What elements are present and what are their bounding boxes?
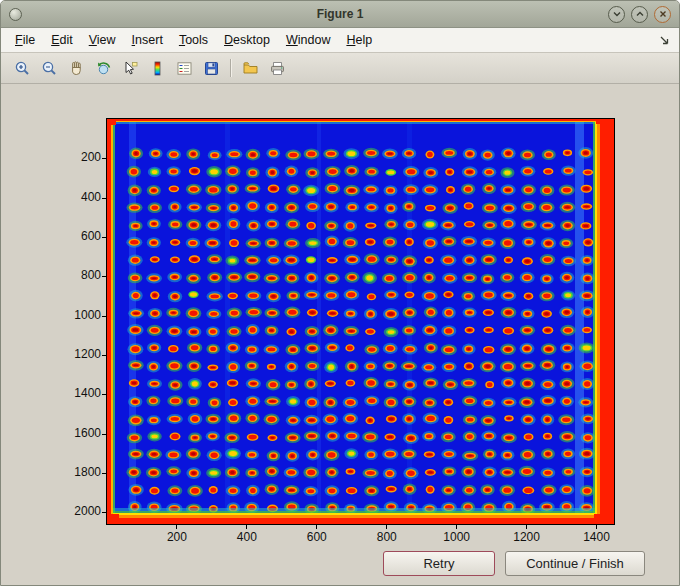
- x-tick-label: 800: [365, 530, 409, 544]
- y-tick-mark: [102, 394, 106, 395]
- y-tick-label: 1000: [57, 308, 101, 322]
- save-button[interactable]: [198, 55, 224, 81]
- y-tick-label: 800: [57, 268, 101, 282]
- y-tick-mark: [102, 276, 106, 277]
- menu-desktop[interactable]: Desktop: [216, 30, 278, 50]
- x-tick-mark: [176, 525, 177, 529]
- close-icon: [658, 9, 668, 19]
- x-tick-label: 600: [295, 530, 339, 544]
- data-cursor-button[interactable]: [117, 55, 143, 81]
- y-tick-mark: [102, 512, 106, 513]
- axes-area: 2004006008001000120014002004006008001000…: [106, 118, 615, 525]
- data-cursor-icon: [122, 60, 139, 77]
- rotate-3d-icon: [95, 60, 112, 77]
- y-tick-label: 200: [57, 150, 101, 164]
- x-tick-mark: [596, 525, 597, 529]
- close-button[interactable]: [654, 6, 671, 23]
- x-tick-mark: [456, 525, 457, 529]
- colorbar-icon: [149, 60, 166, 77]
- menu-tools[interactable]: Tools: [171, 30, 216, 50]
- menubar: File Edit View Insert Tools Desktop Wind…: [1, 28, 679, 53]
- menu-file[interactable]: File: [7, 30, 43, 50]
- x-tick-mark: [246, 525, 247, 529]
- save-icon: [203, 60, 220, 77]
- menu-edit[interactable]: Edit: [43, 30, 81, 50]
- y-tick-label: 2000: [57, 504, 101, 518]
- legend-icon: [176, 60, 193, 77]
- open-button[interactable]: [237, 55, 263, 81]
- y-tick-mark: [102, 473, 106, 474]
- x-tick-label: 1200: [505, 530, 549, 544]
- zoom-in-button[interactable]: [9, 55, 35, 81]
- y-tick-label: 1600: [57, 426, 101, 440]
- window-controls: [608, 6, 679, 23]
- image-plot[interactable]: [107, 119, 614, 524]
- zoom-out-icon: [41, 60, 58, 77]
- x-tick-label: 1000: [435, 530, 479, 544]
- maximize-button[interactable]: [631, 6, 648, 23]
- y-tick-mark: [102, 434, 106, 435]
- dock-arrow-icon[interactable]: [658, 34, 679, 47]
- menu-help[interactable]: Help: [338, 30, 380, 50]
- x-tick-label: 200: [155, 530, 199, 544]
- titlebar[interactable]: Figure 1: [1, 1, 679, 28]
- x-tick-mark: [316, 525, 317, 529]
- y-tick-label: 600: [57, 229, 101, 243]
- y-tick-mark: [102, 198, 106, 199]
- x-tick-label: 1400: [575, 530, 619, 544]
- print-icon: [269, 60, 286, 77]
- y-tick-mark: [102, 316, 106, 317]
- menu-view[interactable]: View: [81, 30, 124, 50]
- chevron-up-icon: [635, 9, 645, 19]
- dialog-buttons: Retry Continue / Finish: [383, 551, 645, 576]
- y-tick-label: 400: [57, 190, 101, 204]
- print-button[interactable]: [264, 55, 290, 81]
- chevron-down-icon: [612, 9, 622, 19]
- insert-legend-button[interactable]: [171, 55, 197, 81]
- figure-content: 2004006008001000120014002004006008001000…: [1, 84, 679, 586]
- zoom-out-button[interactable]: [36, 55, 62, 81]
- y-tick-mark: [102, 158, 106, 159]
- x-tick-label: 400: [225, 530, 269, 544]
- continue-finish-button[interactable]: Continue / Finish: [505, 551, 645, 576]
- open-folder-icon: [242, 60, 259, 77]
- y-tick-mark: [102, 237, 106, 238]
- zoom-in-icon: [14, 60, 31, 77]
- menu-insert[interactable]: Insert: [124, 30, 171, 50]
- x-tick-mark: [526, 525, 527, 529]
- y-tick-mark: [102, 355, 106, 356]
- insert-colorbar-button[interactable]: [144, 55, 170, 81]
- window-menu-icon[interactable]: [9, 8, 22, 21]
- x-tick-mark: [386, 525, 387, 529]
- toolbar-separator: [230, 59, 232, 77]
- y-tick-label: 1200: [57, 347, 101, 361]
- pan-button[interactable]: [63, 55, 89, 81]
- minimize-button[interactable]: [608, 6, 625, 23]
- window-title: Figure 1: [1, 7, 679, 21]
- y-tick-label: 1400: [57, 386, 101, 400]
- menu-window[interactable]: Window: [278, 30, 338, 50]
- y-tick-label: 1800: [57, 465, 101, 479]
- figure-window: Figure 1 File Edit View Insert Tools Des…: [0, 0, 680, 586]
- retry-button[interactable]: Retry: [383, 551, 495, 576]
- pan-hand-icon: [68, 60, 85, 77]
- rotate-3d-button[interactable]: [90, 55, 116, 81]
- toolbar: [1, 53, 679, 84]
